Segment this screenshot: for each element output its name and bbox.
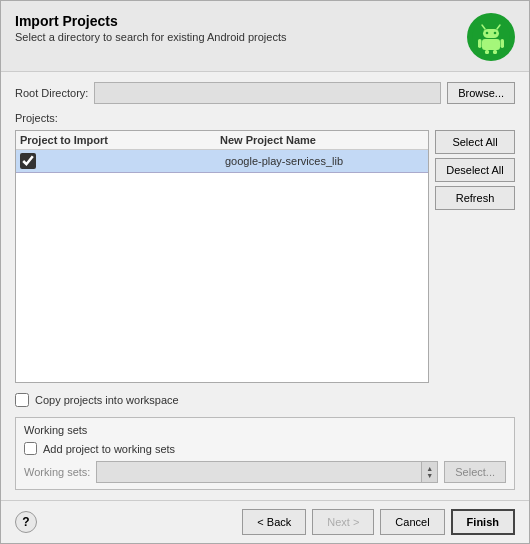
working-sets-spinner[interactable]: ▲ ▼ (421, 462, 437, 482)
spinner-up-icon: ▲ (426, 465, 433, 472)
table-header: Project to Import New Project Name (16, 131, 428, 150)
svg-rect-8 (501, 39, 505, 48)
working-sets-input[interactable] (97, 462, 421, 482)
deselect-all-button[interactable]: Deselect All (435, 158, 515, 182)
dialog-header: Import Projects Select a directory to se… (1, 1, 529, 72)
table-body[interactable]: google-play-services_lib (16, 150, 428, 382)
select-all-button[interactable]: Select All (435, 130, 515, 154)
svg-point-4 (486, 32, 489, 35)
svg-rect-7 (478, 39, 482, 48)
import-projects-dialog: Import Projects Select a directory to se… (0, 0, 530, 544)
projects-label: Projects: (15, 112, 515, 124)
browse-button[interactable]: Browse... (447, 82, 515, 104)
table-row[interactable]: google-play-services_lib (16, 150, 428, 173)
projects-area: Project to Import New Project Name googl… (15, 130, 515, 383)
working-sets-input-wrapper[interactable]: ▲ ▼ (96, 461, 438, 483)
svg-rect-10 (493, 50, 497, 54)
copy-projects-row: Copy projects into workspace (15, 393, 515, 407)
help-button[interactable]: ? (15, 511, 37, 533)
footer-left: ? (15, 511, 37, 533)
root-directory-input[interactable] (94, 82, 441, 104)
projects-table: Project to Import New Project Name googl… (15, 130, 429, 383)
copy-projects-label: Copy projects into workspace (35, 394, 179, 406)
working-sets-field-row: Working sets: ▲ ▼ Select... (24, 461, 506, 483)
working-sets-label: Working sets: (24, 466, 90, 478)
back-button[interactable]: < Back (242, 509, 306, 535)
next-button[interactable]: Next > (312, 509, 374, 535)
svg-rect-6 (482, 39, 500, 50)
dialog-content: Root Directory: Browse... Projects: Proj… (1, 72, 529, 500)
add-working-sets-row: Add project to working sets (24, 442, 506, 455)
side-buttons: Select All Deselect All Refresh (435, 130, 515, 383)
dialog-title: Import Projects (15, 13, 286, 29)
working-sets-select-button[interactable]: Select... (444, 461, 506, 483)
add-working-sets-label: Add project to working sets (43, 443, 175, 455)
dialog-subtitle: Select a directory to search for existin… (15, 31, 286, 43)
row-checkbox[interactable] (20, 153, 36, 169)
header-text: Import Projects Select a directory to se… (15, 13, 286, 43)
spinner-down-icon: ▼ (426, 472, 433, 479)
android-icon (467, 13, 515, 61)
root-directory-label: Root Directory: (15, 87, 88, 99)
root-directory-row: Root Directory: Browse... (15, 82, 515, 104)
svg-rect-9 (485, 50, 489, 54)
svg-point-5 (494, 32, 497, 35)
copy-projects-checkbox[interactable] (15, 393, 29, 407)
working-sets-title: Working sets (24, 424, 506, 436)
footer-right: < Back Next > Cancel Finish (242, 509, 515, 535)
finish-button[interactable]: Finish (451, 509, 515, 535)
row-name: google-play-services_lib (225, 155, 424, 167)
working-sets-group: Working sets Add project to working sets… (15, 417, 515, 490)
col-name-header: New Project Name (220, 134, 424, 146)
dialog-footer: ? < Back Next > Cancel Finish (1, 500, 529, 543)
add-working-sets-checkbox[interactable] (24, 442, 37, 455)
svg-rect-3 (483, 29, 499, 38)
cancel-button[interactable]: Cancel (380, 509, 444, 535)
refresh-button[interactable]: Refresh (435, 186, 515, 210)
col-project-header: Project to Import (20, 134, 220, 146)
